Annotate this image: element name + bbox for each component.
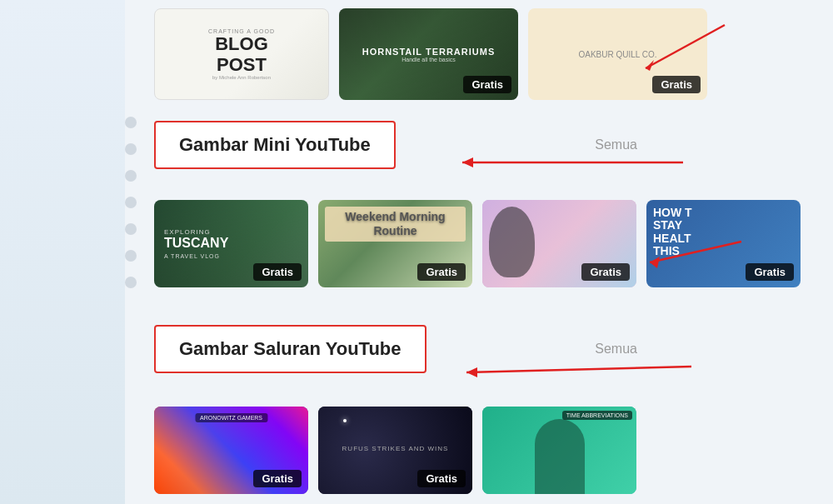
card-tuscany[interactable]: EXPLORING TUSCANY A TRAVEL VLOG Gratis [154, 200, 308, 287]
howto-line1: HOW T [653, 207, 794, 219]
section1-title: Gambar Mini YouTube [179, 134, 371, 155]
oakbur-badge: Gratis [652, 76, 701, 93]
sidebar-dot-5[interactable] [125, 223, 137, 235]
sidebar-dot-6[interactable] [125, 250, 137, 262]
sidebar-dot-3[interactable] [125, 170, 137, 182]
tuscany-vlog: A TRAVEL VLOG [164, 253, 298, 259]
hornstail-title: HORNSTAIL TERRARIUMS [362, 47, 496, 57]
rufus-subtitle: RUFUS STRIKES AND WINS [342, 445, 449, 452]
abstract-label: ARONOWITZ GAMERS [195, 413, 267, 422]
section2-semua-button[interactable]: Semua [595, 342, 637, 357]
sidebar-dot-2[interactable] [125, 143, 137, 155]
card-hornstail[interactable]: HORNSTAIL TERRARIUMS Handle all the basi… [339, 8, 518, 100]
morning-badge: Gratis [417, 263, 466, 281]
section2-title-box: Gambar Saluran YouTube [154, 325, 426, 373]
tuscany-sub: EXPLORING [164, 228, 298, 236]
sidebar-dot-4[interactable] [125, 197, 137, 208]
card-yoga[interactable]: Gratis [482, 200, 636, 287]
section1-cards: EXPLORING TUSCANY A TRAVEL VLOG Gratis W… [154, 200, 801, 287]
sidebar-dots [125, 117, 137, 288]
abstract-badge: Gratis [253, 470, 302, 487]
section2-cards: ARONOWITZ GAMERS Gratis RUFUS STRIKES AN… [154, 407, 636, 494]
rufus-badge: Gratis [417, 470, 466, 487]
rufus-star [343, 419, 347, 422]
card-morning[interactable]: Weekend Morning Routine Gratis [318, 200, 472, 287]
section1-semua-button[interactable]: Semua [595, 137, 637, 152]
person-corner-label: TIME ABBREVIATIONS [562, 411, 632, 420]
card-abstract[interactable]: ARONOWITZ GAMERS Gratis [154, 407, 308, 494]
main-container: CRAFTING A GOOD BLOGPOST by Michele Ann … [0, 0, 833, 504]
blog-title: BLOGPOST [208, 34, 275, 74]
hornstail-text: HORNSTAIL TERRARIUMS Handle all the basi… [362, 47, 496, 62]
sidebar-dot-7[interactable] [125, 277, 137, 288]
card-oakbur[interactable]: OAKBUR QUILL CO. Gratis [528, 8, 707, 100]
hornstail-sub: Handle all the basics [362, 57, 496, 62]
tuscany-title: TUSCANY [164, 236, 298, 251]
howto-line2: STAY [653, 219, 794, 232]
card-rufus[interactable]: RUFUS STRIKES AND WINS Gratis [318, 407, 472, 494]
morning-content: Weekend Morning Routine [318, 200, 472, 248]
blog-subtitle: by Michele Ann Robertson [208, 75, 275, 80]
section2-title: Gambar Saluran YouTube [179, 338, 402, 359]
card-person[interactable]: TIME ABBREVIATIONS [482, 407, 636, 494]
morning-title: Weekend Morning Routine [325, 207, 466, 242]
card-howto[interactable]: HOW T STAY HEALT THIS Gratis [646, 200, 801, 287]
section1-title-box: Gambar Mini YouTube [154, 121, 396, 169]
sidebar-dot-1[interactable] [125, 117, 137, 128]
yoga-figure [489, 207, 535, 277]
card-blog-post[interactable]: CRAFTING A GOOD BLOGPOST by Michele Ann … [154, 8, 329, 100]
section1-header: Gambar Mini YouTube Semua [154, 121, 637, 169]
blog-content: CRAFTING A GOOD BLOGPOST by Michele Ann … [208, 28, 275, 79]
howto-line3: HEALT [653, 232, 794, 245]
yoga-badge: Gratis [581, 263, 630, 281]
section2-header: Gambar Saluran YouTube Semua [154, 325, 637, 373]
tuscany-badge: Gratis [253, 263, 302, 281]
howto-content: HOW T STAY HEALT THIS [646, 200, 801, 265]
howto-badge: Gratis [746, 263, 794, 281]
howto-line4: THIS [653, 245, 794, 257]
top-cards-row: CRAFTING A GOOD BLOGPOST by Michele Ann … [154, 8, 707, 100]
person-silhouette [535, 419, 585, 494]
oakbur-title: OAKBUR QUILL CO. [578, 50, 656, 59]
left-sidebar [0, 0, 125, 504]
hornstail-badge: Gratis [463, 76, 511, 93]
